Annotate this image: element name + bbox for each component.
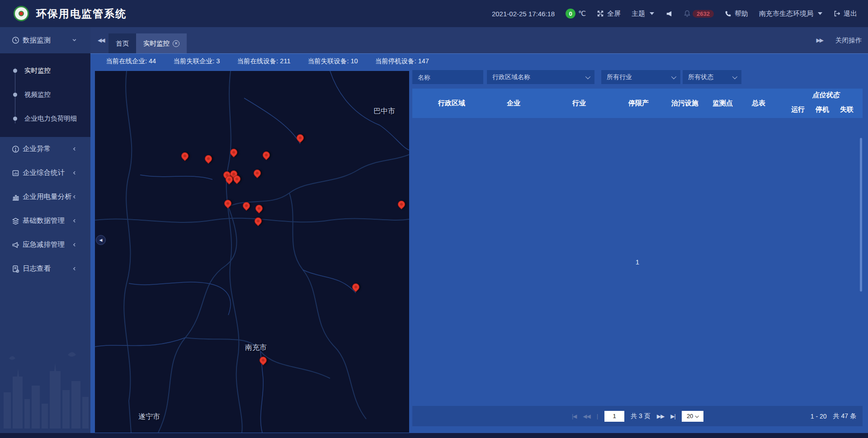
sidebar-item-label: 企业综合统计 bbox=[23, 168, 65, 178]
name-search-input[interactable] bbox=[418, 74, 478, 81]
chevron-left-icon bbox=[72, 169, 77, 177]
sidebar: 数据监测实时监控视频监控企业电力负荷明细企业异常企业综合统计企业用电量分析基础数… bbox=[0, 27, 90, 433]
sidebar-item[interactable]: 日志查看 bbox=[0, 257, 90, 281]
stat-item: 当前失联设备: 10 bbox=[308, 57, 358, 66]
table-header: 行政区域企业行业停限产治污设施监测点总表点位状态运行停机失联 bbox=[412, 89, 863, 118]
stats-window-icon bbox=[12, 169, 19, 177]
chevron-down-icon bbox=[671, 74, 676, 79]
column-header bbox=[412, 89, 437, 118]
table-body: 1阆中生态环境局阆中强锐页岩砖厂砖瓦行业无计划正常21120 bbox=[412, 118, 863, 406]
bullet-dot-icon bbox=[13, 117, 17, 121]
table-scrollbar[interactable] bbox=[860, 138, 862, 292]
status-select[interactable]: 所有状态 bbox=[683, 70, 741, 84]
sidebar-subitem[interactable]: 企业电力负荷明细 bbox=[0, 107, 90, 131]
sidebar-subitem-label: 视频监控 bbox=[24, 90, 51, 99]
prev-page-icon[interactable]: ◀◀ bbox=[583, 413, 590, 419]
tab-实时监控[interactable]: 实时监控✕ bbox=[136, 33, 187, 53]
pagination-separator: | bbox=[597, 413, 598, 419]
temperature-value: 0 bbox=[566, 9, 576, 19]
app-root: 环保用电监管系统 2021-02-25 17:46:18 0 ℃ 全屏 主题 2… bbox=[0, 0, 868, 438]
sidebar-item[interactable]: 数据监测 bbox=[0, 27, 90, 53]
sidebar-subitem[interactable]: 视频监控 bbox=[0, 83, 90, 107]
record-total-label: 共 47 条 bbox=[833, 412, 856, 420]
filter-bar: 行政区域名称 所有行业 所有状态 bbox=[412, 70, 863, 87]
megaphone-icon bbox=[12, 241, 19, 249]
name-search-input-wrap bbox=[412, 70, 483, 84]
tab-label: 实时监控 bbox=[143, 39, 170, 48]
phone-icon bbox=[725, 10, 731, 17]
page-size-select[interactable]: 20 bbox=[682, 411, 703, 422]
sidebar-item[interactable]: 企业异常 bbox=[0, 137, 90, 161]
footer-strip bbox=[0, 433, 868, 438]
record-range-label: 1 - 20 bbox=[811, 413, 827, 420]
map-roads bbox=[95, 71, 409, 433]
sidebar-item-label: 数据监测 bbox=[23, 36, 51, 45]
industry-select[interactable]: 所有行业 bbox=[601, 70, 680, 84]
bar-chart-icon bbox=[12, 193, 19, 201]
sidebar-subitem-label: 企业电力负荷明细 bbox=[24, 114, 77, 123]
column-subheader: 停机 bbox=[814, 101, 838, 118]
notification-bell[interactable]: 2632 bbox=[684, 10, 714, 18]
sidebar-subitem[interactable]: 实时监控 bbox=[0, 59, 90, 83]
first-page-icon[interactable]: |◀ bbox=[572, 413, 576, 419]
tabs: 首页实时监控✕ bbox=[108, 33, 187, 53]
sidebar-item-label: 基础数据管理 bbox=[23, 216, 65, 226]
column-subheader: 失联 bbox=[838, 101, 863, 118]
tabs-scroll-right-icon[interactable]: ▶▶ bbox=[816, 27, 823, 53]
page-number-input[interactable] bbox=[604, 411, 624, 422]
close-operations-button[interactable]: 关闭操作 bbox=[835, 27, 862, 53]
logout-button[interactable]: 退出 bbox=[833, 9, 857, 18]
sidebar-item[interactable]: 基础数据管理 bbox=[0, 209, 90, 233]
chevron-down-icon bbox=[585, 74, 590, 79]
org-dropdown[interactable]: 南充市生态环境局 bbox=[759, 9, 822, 18]
chevron-down-icon bbox=[818, 12, 822, 15]
chevron-down-icon bbox=[695, 414, 699, 418]
map-collapse-button[interactable]: ◀ bbox=[96, 235, 106, 245]
column-header: 停限产 bbox=[626, 89, 669, 118]
column-header: 企业 bbox=[503, 89, 570, 118]
bell-icon bbox=[684, 10, 691, 17]
stat-item: 当前在线企业: 44 bbox=[106, 57, 156, 66]
temperature-unit: ℃ bbox=[578, 9, 586, 18]
stat-item: 当前停机设备: 147 bbox=[375, 57, 429, 66]
tab-首页[interactable]: 首页 bbox=[108, 33, 136, 53]
chevron-left-icon bbox=[72, 145, 77, 153]
next-page-icon[interactable]: ▶▶ bbox=[657, 413, 664, 419]
map-panel[interactable]: 巴中市南充市遂宁市 bbox=[95, 71, 409, 433]
column-header: 治污设施 bbox=[669, 89, 712, 118]
chevron-left-icon bbox=[72, 241, 77, 249]
log-file-icon bbox=[12, 265, 19, 273]
region-select[interactable]: 行政区域名称 bbox=[487, 70, 594, 84]
layers-icon bbox=[12, 217, 19, 225]
app-logo-icon bbox=[14, 6, 29, 21]
sidebar-item[interactable]: 企业综合统计 bbox=[0, 161, 90, 185]
enterprise-panel: 行政区域名称 所有行业 所有状态 行政区域企业行业停限产治污设施监测点总表点位状… bbox=[412, 70, 863, 426]
speaker-icon bbox=[665, 10, 673, 18]
tabs-scroll-left-icon[interactable]: ◀◀ bbox=[98, 27, 104, 53]
fullscreen-button[interactable]: 全屏 bbox=[597, 9, 621, 18]
sidebar-item[interactable]: 企业用电量分析 bbox=[0, 185, 90, 209]
sidebar-item[interactable]: 应急减排管理 bbox=[0, 233, 90, 257]
map-city-label: 遂宁市 bbox=[138, 412, 160, 422]
sidebar-menu: 数据监测实时监控视频监控企业电力负荷明细企业异常企业综合统计企业用电量分析基础数… bbox=[0, 27, 90, 281]
stat-item: 当前失联企业: 3 bbox=[173, 57, 220, 66]
data-monitor-icon bbox=[12, 37, 19, 44]
logout-icon bbox=[833, 10, 840, 17]
datetime: 2021-02-25 17:46:18 bbox=[492, 10, 555, 18]
total-pages-label: 共 3 页 bbox=[631, 412, 651, 420]
voice-toggle-button[interactable] bbox=[665, 10, 673, 18]
last-page-icon[interactable]: ▶| bbox=[670, 413, 675, 419]
stat-item: 当前在线设备: 211 bbox=[237, 57, 290, 66]
app-title: 环保用电监管系统 bbox=[36, 0, 127, 27]
tab-close-icon[interactable]: ✕ bbox=[173, 40, 179, 47]
sidebar-item-label: 企业用电量分析 bbox=[23, 192, 72, 202]
column-header: 行业 bbox=[570, 89, 626, 118]
theme-dropdown[interactable]: 主题 bbox=[632, 9, 654, 18]
column-header: 行政区域 bbox=[437, 89, 503, 118]
chevron-down-icon bbox=[732, 74, 737, 79]
bullet-dot-icon bbox=[13, 69, 17, 73]
help-button[interactable]: 帮助 bbox=[725, 9, 748, 18]
app-header: 环保用电监管系统 2021-02-25 17:46:18 0 ℃ 全屏 主题 2… bbox=[0, 0, 868, 27]
map-city-label: 巴中市 bbox=[373, 107, 395, 116]
column-group-header: 点位状态 bbox=[789, 89, 863, 101]
